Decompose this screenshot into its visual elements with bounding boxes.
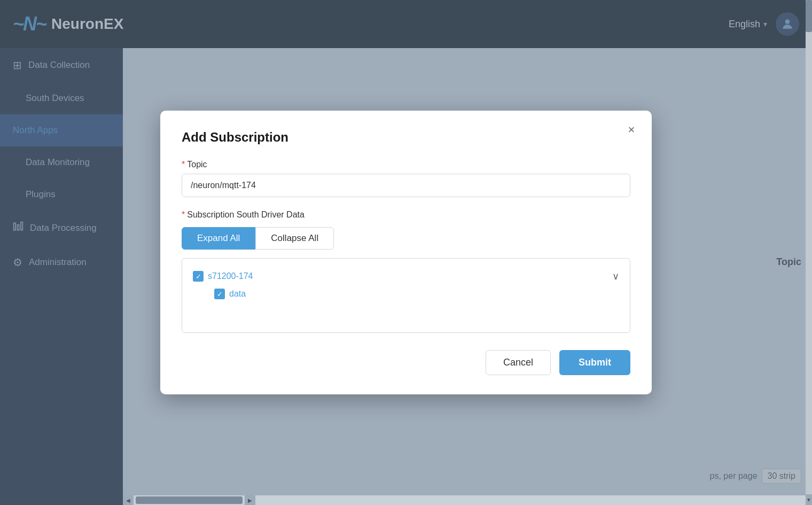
topic-field: * Topic xyxy=(182,160,630,197)
tree-node-data: ✓ data xyxy=(214,285,619,302)
modal-title: Add Subscription xyxy=(182,130,630,145)
topic-label-text: Topic xyxy=(187,160,207,169)
tree-node-s71200: ✓ s71200-174 ∨ xyxy=(193,267,619,285)
topic-required-star: * xyxy=(182,160,185,169)
driver-required-star: * xyxy=(182,210,185,220)
scrollbar-thumb[interactable] xyxy=(806,0,812,32)
modal-close-button[interactable]: × xyxy=(622,120,641,139)
tree-node-row-s71200: ✓ s71200-174 ∨ xyxy=(193,270,619,282)
topic-input[interactable] xyxy=(182,174,630,197)
cancel-button[interactable]: Cancel xyxy=(486,350,551,375)
scrollbar-arrow-down[interactable]: ▼ xyxy=(806,494,812,505)
bottom-scroll-arrow-left[interactable]: ◀ xyxy=(123,495,134,505)
collapse-all-button[interactable]: Collapse All xyxy=(255,227,334,250)
submit-button[interactable]: Submit xyxy=(559,350,630,375)
tree-chevron-s71200[interactable]: ∨ xyxy=(612,270,619,282)
driver-tree-container: ✓ s71200-174 ∨ ✓ data xyxy=(182,258,630,333)
tree-node-row-data: ✓ data xyxy=(214,289,619,299)
tree-node-label-s71200: s71200-174 xyxy=(208,271,612,281)
tree-node-label-data: data xyxy=(229,289,619,299)
scrollbar-track: ▲ ▼ xyxy=(806,0,812,505)
checkbox-data[interactable]: ✓ xyxy=(214,289,225,299)
driver-label-text: Subscription South Driver Data xyxy=(187,210,304,220)
modal-footer: Cancel Submit xyxy=(182,350,630,375)
bottom-scrollbar: ◀ ▶ xyxy=(123,495,806,505)
driver-field: * Subscription South Driver Data Expand … xyxy=(182,210,630,333)
modal-backdrop: Add Subscription × * Topic * Subscriptio… xyxy=(0,0,812,505)
add-subscription-modal: Add Subscription × * Topic * Subscriptio… xyxy=(160,111,652,394)
driver-label: * Subscription South Driver Data xyxy=(182,210,630,220)
expand-collapse-buttons: Expand All Collapse All xyxy=(182,227,630,250)
bottom-scroll-arrow-right[interactable]: ▶ xyxy=(245,495,255,505)
checkbox-s71200[interactable]: ✓ xyxy=(193,271,204,282)
bottom-scroll-thumb[interactable] xyxy=(136,496,243,504)
topic-label: * Topic xyxy=(182,160,630,169)
expand-all-button[interactable]: Expand All xyxy=(182,227,255,250)
